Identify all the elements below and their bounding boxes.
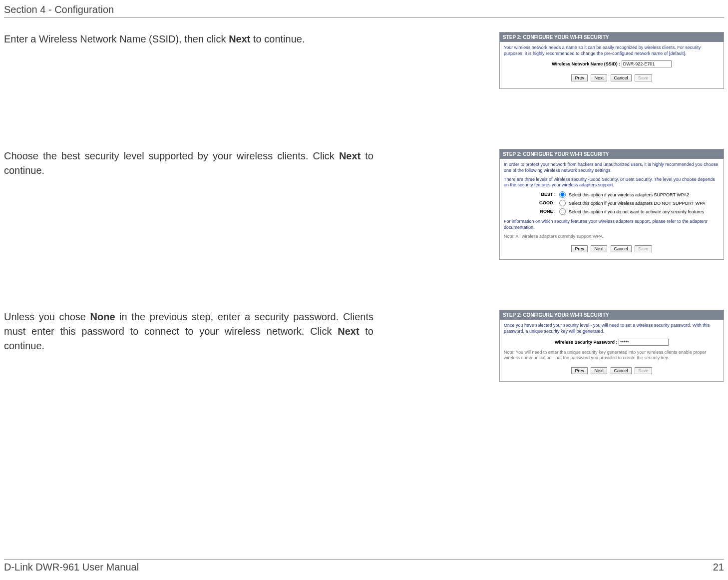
- next-button[interactable]: Next: [591, 367, 607, 374]
- option-good-text: Select this option if your wireless adap…: [569, 201, 705, 206]
- cancel-button[interactable]: Cancel: [611, 367, 632, 374]
- page-number: 21: [713, 562, 724, 573]
- ssid-label: Wireless Network Name (SSID) :: [552, 61, 620, 66]
- save-button: Save: [635, 74, 652, 81]
- row-security-level: Choose the best security level supported…: [4, 149, 724, 260]
- password-label: Wireless Security Password :: [555, 340, 617, 345]
- panel-title: STEP 2: CONFIGURE YOUR WI-FI SECURITY: [500, 310, 724, 320]
- radio-none[interactable]: [559, 208, 566, 215]
- ssid-input[interactable]: [622, 60, 672, 67]
- instruction-ssid: Enter a Wireless Network Name (SSID), th…: [4, 32, 373, 46]
- prev-button[interactable]: Prev: [571, 74, 588, 81]
- option-none-label: NONE :: [534, 209, 556, 214]
- save-button: Save: [635, 367, 652, 374]
- instruction-security: Choose the best security level supported…: [4, 149, 373, 178]
- option-best-text: Select this option if your wireless adap…: [569, 192, 689, 197]
- next-button[interactable]: Next: [591, 74, 607, 81]
- save-button: Save: [635, 245, 652, 252]
- footer-left: D-Link DWR-961 User Manual: [4, 562, 139, 573]
- panel1-desc: Your wireless network needs a name so it…: [504, 45, 720, 56]
- next-button[interactable]: Next: [591, 245, 607, 252]
- instr3-bold1: None: [90, 311, 115, 322]
- panel-title: STEP 2: CONFIGURE YOUR WI-FI SECURITY: [500, 32, 724, 42]
- instr2-pre: Choose the best security level supported…: [4, 150, 339, 161]
- section-header: Section 4 - Configuration: [4, 0, 724, 18]
- option-none-text: Select this option if you do not want to…: [569, 209, 704, 214]
- panel2-desc1: In order to protect your network from ha…: [504, 162, 720, 173]
- row-password: Unless you chose None in the previous st…: [4, 310, 724, 382]
- cancel-button[interactable]: Cancel: [611, 74, 632, 81]
- instr2-bold: Next: [339, 150, 361, 161]
- option-good: GOOD : Select this option if your wirele…: [534, 200, 720, 206]
- instruction-password: Unless you chose None in the previous st…: [4, 310, 373, 353]
- instr3-pre: Unless you chose: [4, 311, 90, 322]
- panel2-desc2: There are three levels of wireless secur…: [504, 177, 720, 188]
- instr1-post: to continue.: [250, 33, 305, 44]
- prev-button[interactable]: Prev: [571, 245, 588, 252]
- instr1-pre: Enter a Wireless Network Name (SSID), th…: [4, 33, 229, 44]
- page-footer: D-Link DWR-961 User Manual 21: [4, 559, 724, 573]
- panel-ssid: STEP 2: CONFIGURE YOUR WI-FI SECURITY Yo…: [499, 32, 724, 89]
- panel2-footnote: For information on which security featur…: [504, 219, 720, 230]
- cancel-button[interactable]: Cancel: [611, 245, 632, 252]
- radio-good[interactable]: [559, 200, 566, 206]
- panel2-note: Note: All wireless adapters currently su…: [504, 234, 720, 240]
- prev-button[interactable]: Prev: [571, 367, 588, 374]
- radio-best[interactable]: [559, 191, 566, 198]
- instr3-bold2: Next: [338, 326, 359, 337]
- panel-security-level: STEP 2: CONFIGURE YOUR WI-FI SECURITY In…: [499, 149, 724, 260]
- password-input[interactable]: [619, 339, 669, 346]
- option-good-label: GOOD :: [534, 200, 556, 205]
- panel-title: STEP 2: CONFIGURE YOUR WI-FI SECURITY: [500, 149, 724, 159]
- instr1-bold: Next: [229, 33, 250, 44]
- panel3-desc: Once you have selected your security lev…: [504, 323, 720, 334]
- option-none: NONE : Select this option if you do not …: [534, 208, 720, 215]
- option-best: BEST : Select this option if your wirele…: [534, 191, 720, 198]
- option-best-label: BEST :: [534, 192, 556, 197]
- panel-password: STEP 2: CONFIGURE YOUR WI-FI SECURITY On…: [499, 310, 724, 382]
- row-ssid: Enter a Wireless Network Name (SSID), th…: [4, 32, 724, 89]
- panel3-note: Note: You will need to enter the unique …: [504, 350, 720, 361]
